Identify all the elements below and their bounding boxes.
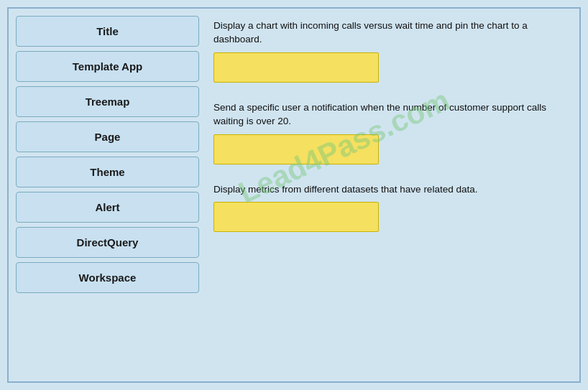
question-text-2: Send a specific user a notification when… <box>213 101 572 129</box>
right-panel: Display a chart with incoming calls vers… <box>213 16 572 374</box>
sidebar-item-page[interactable]: Page <box>16 121 199 152</box>
question-text-3: Display metrics from different datasets … <box>213 183 572 197</box>
answer-box-3[interactable] <box>213 202 379 232</box>
question-text-1: Display a chart with incoming calls vers… <box>213 19 572 47</box>
question-block-1: Display a chart with incoming calls vers… <box>213 19 572 96</box>
sidebar-item-workspace[interactable]: Workspace <box>16 262 199 293</box>
answer-box-2[interactable] <box>213 134 379 164</box>
sidebar-item-title[interactable]: Title <box>16 16 199 47</box>
sidebar-item-alert[interactable]: Alert <box>16 192 199 223</box>
sidebar-item-direct-query[interactable]: DirectQuery <box>16 227 199 258</box>
sidebar-item-template-app[interactable]: Template App <box>16 51 199 82</box>
question-block-2: Send a specific user a notification when… <box>213 101 572 177</box>
sidebar-item-theme[interactable]: Theme <box>16 157 199 187</box>
sidebar-item-treemap[interactable]: Treemap <box>16 86 199 117</box>
answer-box-1[interactable] <box>213 52 379 83</box>
question-block-3: Display metrics from different datasets … <box>213 183 572 233</box>
left-panel: TitleTemplate AppTreemapPageThemeAlertDi… <box>16 16 199 374</box>
main-container: TitleTemplate AppTreemapPageThemeAlertDi… <box>7 7 581 383</box>
